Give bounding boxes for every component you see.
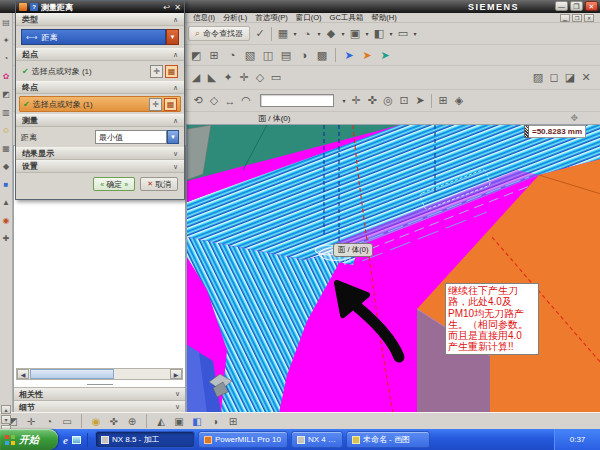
- toolbar-icon[interactable]: ▾: [315, 26, 323, 42]
- toolbar-icon[interactable]: ✛: [24, 414, 38, 428]
- scroll-up-button[interactable]: ▴: [1, 405, 11, 414]
- toolbar-icon[interactable]: ▣: [172, 414, 186, 428]
- toolbar-icon[interactable]: ⊞: [226, 414, 240, 428]
- menu-item[interactable]: 窗口(O): [292, 13, 326, 23]
- toolbar-icon[interactable]: ▭: [268, 70, 284, 86]
- toolbar-icon[interactable]: ◇: [206, 93, 222, 109]
- start-point-section-header[interactable]: 起点 ∧: [16, 48, 184, 61]
- end-point-section-header[interactable]: 终点 ∧: [16, 81, 184, 94]
- toolbar-icon[interactable]: ◑: [296, 47, 312, 63]
- toolbar-icon[interactable]: ◻: [546, 70, 562, 86]
- horizontal-scrollbar[interactable]: ◀ ▶: [16, 368, 183, 380]
- taskbar-task-paint[interactable]: 未命名 - 画图: [346, 431, 430, 448]
- toolbar-icon[interactable]: ◎: [380, 93, 396, 109]
- measure-section-header[interactable]: 测量 ∧: [16, 114, 184, 127]
- panel-splitter[interactable]: [14, 382, 185, 386]
- combo-dropdown-button[interactable]: ▼: [166, 29, 179, 45]
- type-section-header[interactable]: 类型 ∧: [16, 13, 184, 26]
- dialog-help-icon[interactable]: ?: [30, 3, 38, 11]
- start-point-select-row[interactable]: ✔ 选择点或对象 (1) ✛ ▦: [19, 63, 181, 79]
- toolbar-icon[interactable]: ✿: [1, 71, 12, 82]
- toolbar-icon[interactable]: ✜: [364, 93, 380, 109]
- start-button[interactable]: 开始: [0, 429, 58, 450]
- toolbar-icon[interactable]: ✓: [252, 26, 268, 42]
- toolbar-icon[interactable]: ▲: [1, 197, 12, 208]
- toolbar-icon[interactable]: ■: [1, 179, 12, 190]
- maximize-button[interactable]: ❐: [570, 1, 583, 11]
- toolbar-icon[interactable]: ✛: [348, 93, 364, 109]
- toolbar-icon[interactable]: ▾: [363, 26, 371, 42]
- menu-item[interactable]: 首选项(P): [251, 13, 292, 23]
- dialog-titlebar[interactable]: ? 测量距离 ↩ ✕: [16, 1, 184, 13]
- toolbar-icon[interactable]: ◪: [562, 70, 578, 86]
- toolbar-icon[interactable]: ◫: [260, 47, 276, 63]
- toolbar-icon[interactable]: ✕: [578, 70, 594, 86]
- taskbar-task-nx4[interactable]: NX 4 - Manufacts: [291, 431, 343, 448]
- mdi-close-button[interactable]: ✕: [584, 14, 594, 22]
- results-section-header[interactable]: 结果显示 ∨: [16, 147, 184, 160]
- ok-button[interactable]: « 确定 »: [93, 177, 135, 191]
- menu-item[interactable]: 信息(I): [189, 13, 219, 23]
- toolbar-icon[interactable]: ➤: [412, 93, 428, 109]
- mdi-minimize-button[interactable]: ▁: [560, 14, 570, 22]
- toolbar-icon[interactable]: ▾: [411, 26, 419, 42]
- scroll-right-button[interactable]: ▶: [170, 369, 182, 379]
- toolbar-icon[interactable]: ▭: [395, 26, 411, 42]
- toolbar-icon[interactable]: ▣: [347, 26, 363, 42]
- toolbar-icon[interactable]: ✛: [236, 70, 252, 86]
- toolbar-icon[interactable]: ◔: [1, 53, 12, 64]
- toolbar-icon[interactable]: ◠: [238, 93, 254, 109]
- toolbar-icon[interactable]: ✦: [1, 35, 12, 46]
- toolbar-icon[interactable]: ⟲: [190, 93, 206, 109]
- toolbar-icon[interactable]: ▾: [291, 26, 299, 42]
- toolbar-icon[interactable]: ◩: [1, 89, 12, 100]
- toolbar-icon[interactable]: ▤: [1, 17, 12, 28]
- toolbar-icon[interactable]: ✦: [220, 70, 236, 86]
- toolbar-icon[interactable]: ◭: [154, 414, 168, 428]
- point-dialog-button[interactable]: ✛: [150, 65, 163, 78]
- toolbar-icon[interactable]: ◩: [188, 47, 204, 63]
- toolbar-icon[interactable]: ➤: [341, 47, 357, 63]
- dialog-close-icon[interactable]: ✕: [174, 3, 181, 12]
- toolbar-icon[interactable]: ▨: [530, 70, 546, 86]
- point-dialog-button[interactable]: ✛: [149, 98, 162, 111]
- command-finder-button[interactable]: ⌕ 命令查找器: [188, 26, 250, 41]
- toolbar-icon[interactable]: ▦: [275, 26, 291, 42]
- taskbar-task-nx85[interactable]: NX 8.5 - 加工: [95, 431, 195, 448]
- toolbar-icon[interactable]: ↔: [222, 93, 238, 109]
- toolbar-icon[interactable]: ◢: [188, 70, 204, 86]
- toolbar-icon[interactable]: ◆: [323, 26, 339, 42]
- toolbar-icon[interactable]: ◔: [224, 47, 240, 63]
- scrollbar-thumb[interactable]: [30, 369, 114, 379]
- toolbar-icon[interactable]: ✚: [1, 233, 12, 244]
- cancel-button[interactable]: ✕ 取消: [140, 177, 178, 191]
- menu-item[interactable]: 帮助(H): [367, 13, 400, 23]
- toolbar-icon[interactable]: ▾: [387, 26, 395, 42]
- toolbar-icon[interactable]: ☺: [1, 125, 12, 136]
- settings-section-header[interactable]: 设置 ∨: [16, 160, 184, 173]
- browser-icon[interactable]: e: [63, 434, 68, 446]
- selection-filter-input[interactable]: [260, 94, 334, 107]
- toolbar-icon[interactable]: ▾: [339, 26, 347, 42]
- toolbar-icon[interactable]: ◣: [204, 70, 220, 86]
- toolbar-icon[interactable]: ▾: [340, 93, 348, 109]
- scroll-left-button[interactable]: ◀: [17, 369, 29, 379]
- toolbar-icon[interactable]: ◉: [1, 215, 12, 226]
- menu-item[interactable]: GC工具箱: [326, 13, 368, 23]
- end-point-select-row[interactable]: ✔ 选择点或对象 (1) ✛ ▦: [19, 96, 181, 112]
- combo-dropdown-button[interactable]: ▼: [167, 130, 179, 144]
- toolbar-icon[interactable]: ◉: [89, 414, 103, 428]
- mdi-restore-button[interactable]: ❐: [572, 14, 582, 22]
- toolbar-icon[interactable]: ⊞: [206, 47, 222, 63]
- toolbar-icon[interactable]: ◧: [190, 414, 204, 428]
- toolbar-icon[interactable]: ◑: [208, 414, 222, 428]
- toolbar-icon[interactable]: ⊕: [125, 414, 139, 428]
- toolbar-icon[interactable]: ◇: [252, 70, 268, 86]
- toolbar-icon[interactable]: ▦: [1, 143, 12, 154]
- scroll-down-button[interactable]: ▾: [1, 415, 11, 424]
- menu-item[interactable]: 分析(L): [219, 13, 251, 23]
- toolbar-icon[interactable]: ▩: [314, 47, 330, 63]
- toolbar-icon[interactable]: ➤: [377, 47, 393, 63]
- toolbar-icon[interactable]: ▥: [1, 107, 12, 118]
- toolbar-icon[interactable]: ▧: [242, 47, 258, 63]
